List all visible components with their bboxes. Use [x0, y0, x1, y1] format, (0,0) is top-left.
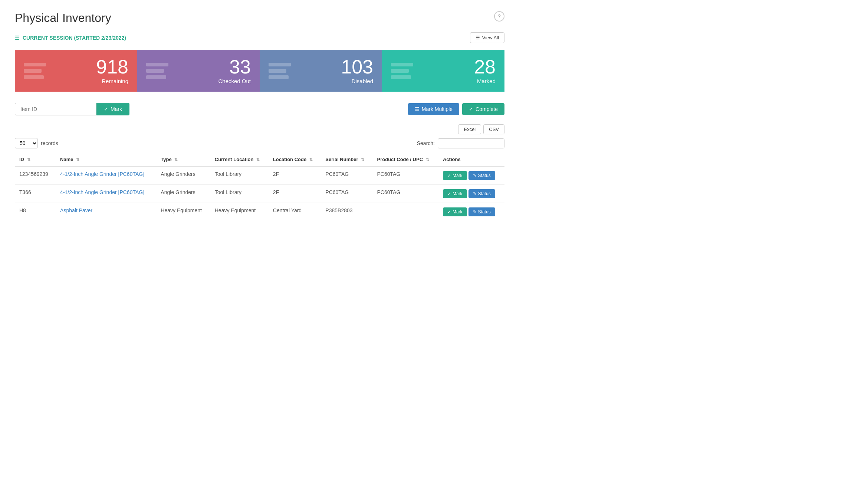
search-input[interactable] — [438, 138, 504, 148]
check-complete-icon: ✓ — [469, 106, 473, 112]
col-header-name[interactable]: Name ⇅ — [56, 153, 156, 166]
cell-location-code-0: 2F — [269, 166, 321, 185]
table-toolbar: Excel CSV — [15, 124, 504, 134]
cell-product-1: PC60TAG — [373, 185, 438, 203]
table-row: H8 Asphalt Paver Heavy Equipment Heavy E… — [15, 203, 504, 221]
stat-lines-remaining — [24, 63, 46, 79]
col-header-actions: Actions — [438, 153, 504, 166]
col-header-id[interactable]: ID ⇅ — [15, 153, 56, 166]
check-icon: ✓ — [104, 106, 108, 112]
mark-button[interactable]: ✓ Mark — [96, 103, 129, 115]
view-all-button[interactable]: ☰ View All — [470, 32, 504, 43]
inventory-table: ID ⇅ Name ⇅ Type ⇅ Current Location ⇅ Lo… — [15, 153, 504, 221]
view-all-list-icon: ☰ — [476, 35, 480, 40]
stat-line — [24, 63, 46, 66]
table-row: 1234569239 4-1/2-Inch Angle Grinder [PC6… — [15, 166, 504, 185]
cell-actions-1: ✓ Mark ✎ Status — [438, 185, 504, 203]
cell-actions-0: ✓ Mark ✎ Status — [438, 166, 504, 185]
sort-icon-name: ⇅ — [76, 157, 79, 162]
cell-location-0: Tool Library — [210, 166, 269, 185]
col-header-current-location[interactable]: Current Location ⇅ — [210, 153, 269, 166]
sort-icon-id: ⇅ — [27, 157, 30, 162]
stat-card-remaining: 918 Remaining — [15, 50, 137, 92]
cell-type-2: Heavy Equipment — [156, 203, 210, 221]
cell-location-2: Heavy Equipment — [210, 203, 269, 221]
stat-line — [269, 63, 291, 66]
stat-line — [24, 75, 44, 79]
session-title: ☰ CURRENT SESSION (STARTED 2/23/2022) — [15, 35, 126, 41]
stat-label-disabled: Disabled — [341, 78, 373, 84]
stat-label-marked: Marked — [474, 78, 496, 84]
cell-location-1: Tool Library — [210, 185, 269, 203]
help-icon[interactable]: ? — [494, 11, 504, 22]
sort-icon-product: ⇅ — [426, 157, 429, 162]
stat-card-marked: 28 Marked — [382, 50, 504, 92]
stat-card-disabled: 103 Disabled — [260, 50, 382, 92]
cell-serial-2: P385B2803 — [321, 203, 372, 221]
session-list-icon: ☰ — [15, 35, 20, 41]
sort-icon-location-code: ⇅ — [309, 157, 313, 162]
stat-line — [391, 69, 409, 73]
stat-number-marked: 28 — [474, 57, 496, 76]
cell-type-0: Angle Grinders — [156, 166, 210, 185]
row-status-button-0[interactable]: ✎ Status — [468, 171, 495, 180]
action-row: ✓ Mark ☰ Mark Multiple ✓ Complete — [15, 103, 504, 115]
cell-location-code-2: Central Yard — [269, 203, 321, 221]
table-row: T366 4-1/2-Inch Angle Grinder [PC60TAG] … — [15, 185, 504, 203]
stat-number-disabled: 103 — [341, 57, 373, 76]
col-header-location-code[interactable]: Location Code ⇅ — [269, 153, 321, 166]
search-label: Search: — [417, 140, 435, 146]
cell-name-1[interactable]: 4-1/2-Inch Angle Grinder [PC60TAG] — [56, 185, 156, 203]
stat-number-remaining: 918 — [96, 57, 128, 76]
stat-number-checked-out: 33 — [218, 57, 251, 76]
cell-name-0[interactable]: 4-1/2-Inch Angle Grinder [PC60TAG] — [56, 166, 156, 185]
stat-lines-marked — [391, 63, 413, 79]
stat-line — [269, 69, 286, 73]
sort-icon-location: ⇅ — [256, 157, 260, 162]
stat-line — [146, 75, 166, 79]
row-mark-button-1[interactable]: ✓ Mark — [443, 189, 467, 198]
list-icon: ☰ — [415, 106, 420, 112]
row-status-button-1[interactable]: ✎ Status — [468, 189, 495, 198]
records-group: 10 25 50 100 records — [15, 138, 58, 148]
table-controls: 10 25 50 100 records Search: — [15, 138, 504, 148]
cell-id-1: T366 — [15, 185, 56, 203]
cell-actions-2: ✓ Mark ✎ Status — [438, 203, 504, 221]
check-icon: ✓ — [447, 191, 451, 196]
pencil-icon: ✎ — [473, 191, 477, 196]
table-header-row: ID ⇅ Name ⇅ Type ⇅ Current Location ⇅ Lo… — [15, 153, 504, 166]
stat-lines-checked-out — [146, 63, 168, 79]
right-actions: ☰ Mark Multiple ✓ Complete — [408, 103, 504, 115]
export-excel-button[interactable]: Excel — [458, 124, 481, 134]
col-header-type[interactable]: Type ⇅ — [156, 153, 210, 166]
row-status-button-2[interactable]: ✎ Status — [468, 207, 495, 216]
stat-line — [146, 69, 164, 73]
cell-serial-0: PC60TAG — [321, 166, 372, 185]
stat-line — [146, 63, 168, 66]
stat-line — [24, 69, 42, 73]
stat-label-checked-out: Checked Out — [218, 78, 251, 84]
cell-name-2[interactable]: Asphalt Paver — [56, 203, 156, 221]
records-per-page-select[interactable]: 10 25 50 100 — [15, 138, 38, 148]
stat-lines-disabled — [269, 63, 291, 79]
search-group: Search: — [417, 138, 504, 148]
records-label: records — [41, 140, 58, 146]
row-mark-button-0[interactable]: ✓ Mark — [443, 171, 467, 180]
cell-id-0: 1234569239 — [15, 166, 56, 185]
stat-line — [269, 75, 289, 79]
export-csv-button[interactable]: CSV — [483, 124, 504, 134]
page-title: Physical Inventory — [15, 11, 111, 25]
mark-multiple-button[interactable]: ☰ Mark Multiple — [408, 103, 459, 115]
col-header-product-code[interactable]: Product Code / UPC ⇅ — [373, 153, 438, 166]
item-id-input[interactable] — [15, 103, 96, 115]
stat-card-checked-out: 33 Checked Out — [137, 50, 260, 92]
check-icon: ✓ — [447, 209, 451, 214]
sort-icon-type: ⇅ — [174, 157, 178, 162]
cell-product-2 — [373, 203, 438, 221]
cell-id-2: H8 — [15, 203, 56, 221]
cell-type-1: Angle Grinders — [156, 185, 210, 203]
row-mark-button-2[interactable]: ✓ Mark — [443, 207, 467, 216]
col-header-serial-number[interactable]: Serial Number ⇅ — [321, 153, 372, 166]
stats-row: 918 Remaining 33 Checked Out 103 — [15, 50, 504, 92]
complete-button[interactable]: ✓ Complete — [462, 103, 504, 115]
